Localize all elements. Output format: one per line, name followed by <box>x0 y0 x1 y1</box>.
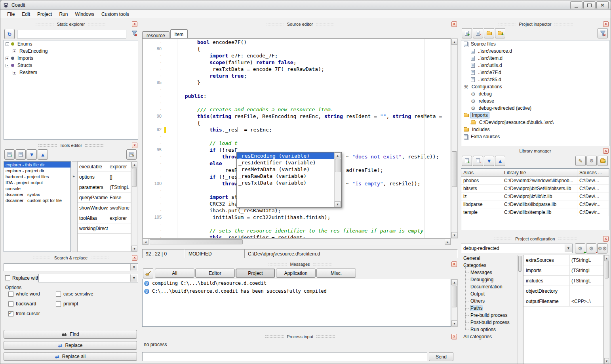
scroll-up-icon[interactable]: ▲ <box>131 162 137 168</box>
tool-list-item[interactable]: explorer - project dir <box>4 168 70 173</box>
tools-grid-scrollbar[interactable]: ▲ ▼ <box>131 161 137 252</box>
move-up-button[interactable]: ▲ <box>38 149 48 160</box>
category-documentation[interactable]: Documentation <box>461 283 517 290</box>
scroll-thumb[interactable] <box>605 261 609 278</box>
project-tree-item[interactable]: Includes <box>461 126 609 133</box>
category-post-build-process[interactable]: Post-build process <box>461 319 517 326</box>
replace-button[interactable]: ⇄ Replace <box>4 341 137 350</box>
remove-configuration-button[interactable]: ⚙- <box>586 243 596 253</box>
category-output[interactable]: Output <box>461 290 517 297</box>
checkbox[interactable] <box>56 301 61 307</box>
category-pre-build-process[interactable]: Pre-build process <box>461 312 517 319</box>
tool-list-item[interactable]: dscanner - syntax <box>4 191 70 197</box>
symbol-tree-item[interactable]: -Enums <box>4 40 138 48</box>
title-bar[interactable]: Coedit × <box>0 0 611 10</box>
remove-source-button[interactable]: - <box>473 28 483 38</box>
column-header[interactable]: Alias <box>461 169 502 176</box>
category-tree-scrollbar[interactable] <box>518 255 522 364</box>
completion-item[interactable]: _resEncoding (variable) <box>237 152 334 159</box>
filter-application[interactable]: Application <box>276 269 316 278</box>
panel-header[interactable]: Search & replace x <box>4 255 138 261</box>
symbol-search-input[interactable] <box>17 30 126 38</box>
project-tree-item[interactable]: ..\src\z85.d <box>461 76 609 83</box>
column-header[interactable]: Sources ... <box>577 169 609 176</box>
filter-sources-button[interactable] <box>598 28 608 38</box>
replace-all-button[interactable]: ⇄ Replace all <box>4 352 137 361</box>
filter-all[interactable]: All <box>155 269 194 278</box>
completion-item[interactable]: _resMetaData (variable) <box>237 166 334 173</box>
configuration-grid-scrollbar[interactable]: ▲ ▼ <box>604 255 609 364</box>
tab-item[interactable]: item <box>170 29 188 38</box>
library-row[interactable]: bitsetsC:\Dev\dproj\bitSet\lib\bitsets.l… <box>461 185 609 192</box>
add-library-button[interactable]: + <box>462 156 472 166</box>
maximize-button[interactable] <box>583 1 596 9</box>
scroll-up-icon[interactable]: ▲ <box>604 255 609 261</box>
category-categories[interactable]: Categories <box>461 262 517 269</box>
checkbox[interactable] <box>56 292 61 297</box>
scroll-down-icon[interactable]: ▼ <box>335 201 341 207</box>
category-messages[interactable]: Messages <box>461 269 517 276</box>
project-tree-item[interactable]: ⚙debug <box>461 90 609 97</box>
panel-header[interactable]: Process input x <box>142 334 458 340</box>
library-row[interactable]: izC:\Dev\dproj\iz\lib\iz.libC:\Dev\... <box>461 192 609 200</box>
panel-close-icon[interactable]: x <box>451 21 457 27</box>
search-term-combo[interactable]: ▼ <box>4 263 138 271</box>
minimize-button[interactable] <box>570 1 582 9</box>
replace-with-checkbox[interactable] <box>5 275 10 280</box>
send-button[interactable]: Send <box>429 352 453 361</box>
panel-close-icon[interactable]: x <box>603 148 609 154</box>
scroll-thumb[interactable] <box>150 239 243 244</box>
edit-tool-button[interactable]: ✎ <box>126 149 137 160</box>
project-tree-item[interactable]: Imports <box>461 112 609 119</box>
messages-scrollbar[interactable]: ▲ ▼ <box>451 279 458 327</box>
library-row[interactable]: phobosC:\Dev\dmd2\windows\lib\phob...C:\… <box>461 177 609 185</box>
process-input-field[interactable] <box>142 352 427 361</box>
option-from-cursor[interactable]: from cursor <box>8 311 56 316</box>
completion-scrollbar[interactable]: ▲ ▼ <box>334 152 341 207</box>
completion-item[interactable]: _resRawData (variable) <box>237 173 334 179</box>
category-others[interactable]: Others <box>461 297 517 305</box>
dropdown-button[interactable]: ▼ <box>565 244 572 252</box>
config-property-row[interactable]: includes(TStringL <box>523 276 603 286</box>
filter-editor[interactable]: Editor <box>195 269 235 278</box>
project-tree-item[interactable]: ..\src\item.d <box>461 55 609 62</box>
add-configuration-button[interactable]: ⚙+ <box>575 243 585 253</box>
expander-icon[interactable]: + <box>6 57 9 60</box>
symbol-tree-item[interactable]: +ResItem <box>4 69 138 76</box>
refresh-button[interactable]: ↻ <box>4 29 15 39</box>
tab-resource[interactable]: resource <box>142 31 169 39</box>
library-row[interactable]: libdparseC:\Dev\dlibs\libdparse.libC:\De… <box>461 200 609 208</box>
option-whole-word[interactable]: whole word <box>8 291 56 297</box>
add-tool-button[interactable]: + <box>4 149 15 160</box>
config-property-row[interactable]: outputFilename<CPP>..\ <box>523 296 603 307</box>
menu-edit[interactable]: Edit <box>18 11 34 18</box>
project-tree-item[interactable]: ⚙release <box>461 97 609 105</box>
panel-header[interactable]: Static explorer x <box>4 21 138 27</box>
project-tree-item[interactable]: ⚙debug-redirected (active) <box>461 105 609 112</box>
property-row[interactable]: parameters(TStringL <box>78 182 131 192</box>
expander-icon[interactable]: + <box>13 71 16 74</box>
tool-list-item[interactable]: harbored - project files <box>4 173 70 179</box>
category-all-categories[interactable]: All categories <box>461 333 517 340</box>
clone-configuration-button[interactable]: ⚙⚙ <box>597 243 607 253</box>
expander-icon[interactable]: + <box>13 50 16 53</box>
scroll-down-icon[interactable]: ▼ <box>131 246 137 252</box>
remove-library-button[interactable]: - <box>473 156 483 166</box>
editor-horizontal-scrollbar[interactable]: ◀ ▶ <box>142 238 451 245</box>
scroll-down-icon[interactable]: ▼ <box>604 358 609 364</box>
completion-item[interactable]: _resIdentifier (variable) <box>237 159 334 166</box>
scroll-right-icon[interactable]: ▶ <box>445 239 451 245</box>
category-paths[interactable]: Paths <box>461 305 517 312</box>
add-folder-button[interactable]: + <box>495 28 505 38</box>
symbol-tree-item[interactable]: -Structs <box>4 62 138 69</box>
scroll-up-icon[interactable]: ▲ <box>451 39 457 45</box>
close-button[interactable]: × <box>596 1 609 9</box>
scroll-thumb[interactable] <box>335 159 341 172</box>
filter-misc[interactable]: Misc. <box>316 269 356 278</box>
scroll-thumb[interactable] <box>518 256 522 272</box>
scroll-down-icon[interactable]: ▼ <box>451 320 457 326</box>
property-row[interactable]: options[] <box>78 172 131 182</box>
panel-header[interactable]: Library manager x <box>461 148 609 154</box>
add-folder-library-button[interactable]: + <box>598 156 608 166</box>
symbol-tree-item[interactable]: +Imports <box>4 55 138 62</box>
